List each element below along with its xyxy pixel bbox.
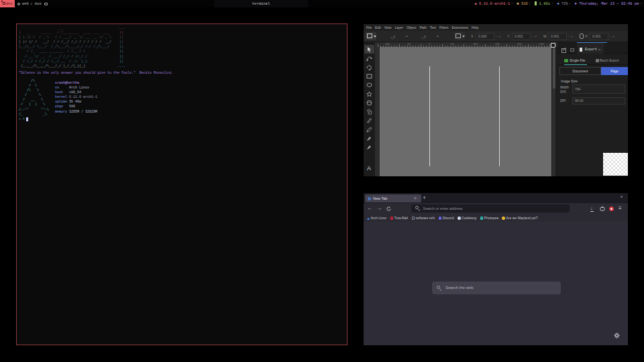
svg-text:A: A	[367, 165, 371, 171]
